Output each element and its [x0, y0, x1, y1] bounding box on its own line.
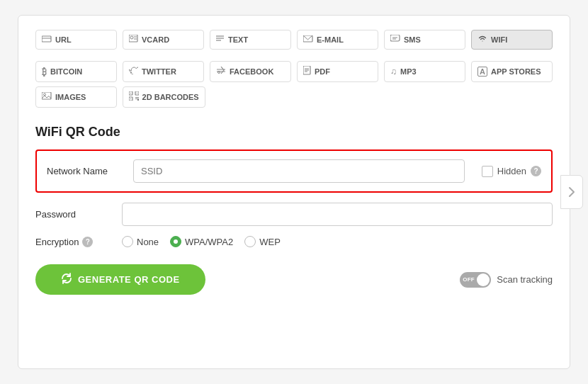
nav-item-vcard[interactable]: VCARD [123, 30, 204, 50]
radio-wpa[interactable]: WPA/WPA2 [170, 236, 233, 247]
scan-tracking-label: Scan tracking [497, 274, 553, 285]
nav-item-pdf-label: PDF [315, 67, 330, 76]
generate-button[interactable]: GENERATE QR CODE [35, 264, 205, 295]
nav-item-facebook-label: FACEBOOK [230, 67, 273, 76]
hidden-help-icon[interactable]: ? [531, 166, 541, 176]
network-name-section: Network Name Hidden ? [35, 149, 553, 193]
nav-item-barcodes-label: 2D BARCODES [142, 93, 199, 101]
wifi-section-title: WiFi QR Code [35, 125, 553, 140]
email-icon [303, 35, 313, 45]
images-icon [42, 92, 52, 102]
nav-item-vcard-label: VCARD [142, 35, 169, 44]
radio-none[interactable]: None [122, 236, 159, 247]
refresh-icon [61, 273, 72, 286]
radio-wep-label: WEP [259, 237, 281, 247]
nav-item-images[interactable]: IMAGES [35, 86, 117, 108]
nav-item-text[interactable]: TEXT [210, 30, 291, 50]
facebook-icon [216, 67, 226, 77]
encryption-help-icon[interactable]: ? [82, 237, 93, 247]
encryption-radio-group: None WPA/WPA2 WEP [122, 236, 281, 247]
nav-item-appstores-label: APP STORES [491, 67, 541, 76]
toggle-knob [477, 273, 490, 286]
appstores-icon: A [477, 67, 487, 77]
svg-rect-28 [137, 98, 139, 101]
nav-item-bitcoin-label: BITCOIN [50, 67, 82, 76]
nav-item-pdf[interactable]: PDF [297, 61, 378, 82]
password-row: Password [35, 203, 553, 226]
encryption-label-group: Encryption ? [35, 237, 113, 247]
nav-item-sms[interactable]: SMS [384, 30, 465, 50]
nav-item-twitter[interactable]: TWITTER [123, 61, 204, 82]
svg-rect-18 [42, 92, 51, 99]
bitcoin-icon: ₿ [42, 67, 47, 77]
svg-rect-27 [135, 98, 137, 99]
encryption-row: Encryption ? None WPA/WPA2 WEP [35, 236, 553, 247]
main-panel: URL VCARD TEXT E-MAIL [18, 15, 570, 369]
svg-rect-24 [137, 93, 137, 94]
network-name-input[interactable] [133, 159, 465, 183]
nav-item-url-label: URL [55, 35, 72, 44]
nav-item-wifi-label: WIFI [491, 35, 507, 44]
nav-row-3: IMAGES 2D BARCODES [35, 86, 553, 108]
nav-item-text-label: TEXT [228, 35, 248, 44]
text-icon [216, 35, 225, 45]
nav-item-bitcoin[interactable]: ₿ BITCOIN [35, 61, 117, 82]
hidden-checkbox[interactable] [482, 166, 493, 177]
sms-icon [390, 35, 400, 45]
password-label: Password [35, 209, 113, 220]
toggle-off-label: OFF [463, 276, 475, 283]
nav-item-sms-label: SMS [404, 35, 421, 44]
svg-rect-0 [42, 36, 51, 42]
nav-item-wifi[interactable]: WIFI [471, 30, 553, 50]
vcard-icon [129, 35, 138, 45]
radio-none-label: None [137, 237, 159, 247]
nav-item-images-label: IMAGES [55, 93, 86, 101]
radio-wep[interactable]: WEP [244, 236, 281, 247]
twitter-icon [129, 67, 138, 77]
nav-item-email[interactable]: E-MAIL [297, 30, 378, 50]
radio-wpa-label: WPA/WPA2 [185, 237, 233, 247]
nav-item-twitter-label: TWITTER [142, 67, 176, 76]
url-icon [42, 35, 52, 45]
mp3-icon: ♫ [390, 67, 397, 77]
svg-point-13 [218, 72, 220, 74]
svg-rect-25 [130, 98, 131, 99]
scan-tracking-section: OFF Scan tracking [460, 272, 553, 288]
scan-tracking-toggle[interactable]: OFF [460, 272, 491, 288]
svg-rect-23 [130, 93, 131, 94]
nav-item-url[interactable]: URL [35, 30, 117, 50]
encryption-label: Encryption [35, 237, 79, 247]
nav-item-mp3-label: MP3 [400, 67, 417, 76]
nav-row-2: ₿ BITCOIN TWITTER FACEBOOK PDF [35, 61, 553, 82]
svg-rect-26 [135, 97, 139, 98]
nav-item-facebook[interactable]: FACEBOOK [210, 61, 291, 82]
hidden-section: Hidden ? [482, 166, 541, 177]
pdf-icon [303, 66, 311, 77]
nav-item-email-label: E-MAIL [317, 35, 344, 44]
nav-item-barcodes[interactable]: 2D BARCODES [123, 86, 205, 108]
svg-point-3 [130, 36, 133, 39]
network-name-label: Network Name [47, 166, 125, 176]
nav-item-appstores[interactable]: A APP STORES [471, 61, 553, 82]
password-input[interactable] [122, 203, 553, 226]
barcodes-icon [129, 91, 139, 103]
nav-row-1: URL VCARD TEXT E-MAIL [35, 30, 553, 50]
chevron-right-button[interactable] [560, 175, 583, 209]
hidden-label: Hidden [497, 166, 526, 176]
radio-none-circle[interactable] [122, 236, 133, 247]
nav-item-mp3[interactable]: ♫ MP3 [384, 61, 465, 82]
wifi-icon [477, 35, 487, 45]
radio-wep-circle[interactable] [244, 236, 256, 247]
bottom-row: GENERATE QR CODE OFF Scan tracking [35, 264, 553, 295]
radio-wpa-circle[interactable] [170, 236, 181, 247]
generate-button-label: GENERATE QR CODE [78, 274, 180, 285]
network-name-row: Network Name Hidden ? [47, 159, 541, 183]
